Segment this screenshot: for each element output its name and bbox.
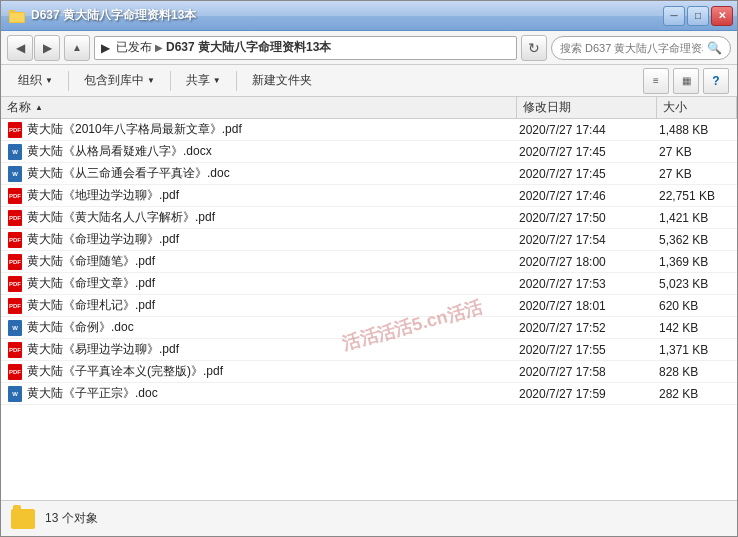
table-row[interactable]: W 黄大陆《命例》.doc 2020/7/27 17:52 142 KB — [1, 317, 737, 339]
content-area: 活活活活5.cn活活 名称 ▲ 修改日期 大小 PDF 黄大陆《2010年八字格 — [1, 97, 737, 500]
address-bar: ◀ ▶ ▲ ▶ 已发布 ▶ D637 黄大陆八字命理资料13本 ↻ 🔍 — [1, 31, 737, 65]
file-name-cell: PDF 黄大陆《黄大陆名人八字解析》.pdf — [3, 209, 515, 226]
breadcrumb-part2: D637 黄大陆八字命理资料13本 — [166, 39, 331, 56]
view-details-button[interactable]: ≡ — [643, 68, 669, 94]
minimize-button[interactable]: ─ — [663, 6, 685, 26]
status-count: 13 个对象 — [45, 510, 98, 527]
file-size-cell: 828 KB — [655, 365, 735, 379]
refresh-button[interactable]: ↻ — [521, 35, 547, 61]
table-row[interactable]: PDF 黄大陆《2010年八字格局最新文章》.pdf 2020/7/27 17:… — [1, 119, 737, 141]
file-date-cell: 2020/7/27 17:44 — [515, 123, 655, 137]
close-button[interactable]: ✕ — [711, 6, 733, 26]
file-type-icon: PDF — [7, 210, 23, 226]
file-list-header: 名称 ▲ 修改日期 大小 — [1, 97, 737, 119]
file-list[interactable]: PDF 黄大陆《2010年八字格局最新文章》.pdf 2020/7/27 17:… — [1, 119, 737, 500]
toolbar-right: ≡ ▦ ? — [643, 68, 729, 94]
table-row[interactable]: PDF 黄大陆《黄大陆名人八字解析》.pdf 2020/7/27 17:50 1… — [1, 207, 737, 229]
organize-button[interactable]: 组织 ▼ — [9, 68, 62, 94]
file-name-cell: W 黄大陆《子平正宗》.doc — [3, 385, 515, 402]
file-type-icon: W — [7, 320, 23, 336]
file-name-cell: PDF 黄大陆《命理边学边聊》.pdf — [3, 231, 515, 248]
file-size-cell: 27 KB — [655, 145, 735, 159]
table-row[interactable]: W 黄大陆《从格局看疑难八字》.docx 2020/7/27 17:45 27 … — [1, 141, 737, 163]
file-name-text: 黄大陆《子平真诠本义(完整版)》.pdf — [27, 363, 223, 380]
table-row[interactable]: W 黄大陆《子平正宗》.doc 2020/7/27 17:59 282 KB — [1, 383, 737, 405]
table-row[interactable]: PDF 黄大陆《地理边学边聊》.pdf 2020/7/27 17:46 22,7… — [1, 185, 737, 207]
file-type-icon: W — [7, 386, 23, 402]
pdf-icon: PDF — [8, 298, 22, 314]
table-row[interactable]: PDF 黄大陆《命理边学边聊》.pdf 2020/7/27 17:54 5,36… — [1, 229, 737, 251]
file-name-cell: PDF 黄大陆《子平真诠本义(完整版)》.pdf — [3, 363, 515, 380]
table-row[interactable]: PDF 黄大陆《子平真诠本义(完整版)》.pdf 2020/7/27 17:58… — [1, 361, 737, 383]
file-name-cell: PDF 黄大陆《命理随笔》.pdf — [3, 253, 515, 270]
maximize-button[interactable]: □ — [687, 6, 709, 26]
file-name-text: 黄大陆《命例》.doc — [27, 319, 134, 336]
file-date-cell: 2020/7/27 17:52 — [515, 321, 655, 335]
file-type-icon: W — [7, 166, 23, 182]
search-icon: 🔍 — [707, 41, 722, 55]
toolbar-separator-3 — [236, 71, 237, 91]
file-name-text: 黄大陆《命理文章》.pdf — [27, 275, 155, 292]
file-date-cell: 2020/7/27 17:46 — [515, 189, 655, 203]
new-folder-button[interactable]: 新建文件夹 — [243, 68, 321, 94]
help-button[interactable]: ? — [703, 68, 729, 94]
table-row[interactable]: PDF 黄大陆《命理随笔》.pdf 2020/7/27 18:00 1,369 … — [1, 251, 737, 273]
file-date-cell: 2020/7/27 18:00 — [515, 255, 655, 269]
address-breadcrumb[interactable]: ▶ 已发布 ▶ D637 黄大陆八字命理资料13本 — [94, 36, 517, 60]
pdf-icon: PDF — [8, 276, 22, 292]
file-name-cell: PDF 黄大陆《地理边学边聊》.pdf — [3, 187, 515, 204]
col-header-size[interactable]: 大小 — [657, 97, 737, 118]
file-size-cell: 5,023 KB — [655, 277, 735, 291]
file-name-cell: PDF 黄大陆《2010年八字格局最新文章》.pdf — [3, 121, 515, 138]
window-title: D637 黄大陆八字命理资料13本 — [31, 7, 196, 24]
table-row[interactable]: PDF 黄大陆《命理札记》.pdf 2020/7/27 18:01 620 KB — [1, 295, 737, 317]
file-date-cell: 2020/7/27 17:45 — [515, 145, 655, 159]
pdf-icon: PDF — [8, 232, 22, 248]
file-name-cell: PDF 黄大陆《命理札记》.pdf — [3, 297, 515, 314]
file-list-container: 名称 ▲ 修改日期 大小 PDF 黄大陆《2010年八字格局最新文章》.pdf … — [1, 97, 737, 500]
file-size-cell: 1,371 KB — [655, 343, 735, 357]
file-type-icon: PDF — [7, 342, 23, 358]
col-header-name[interactable]: 名称 ▲ — [1, 97, 517, 118]
file-size-cell: 620 KB — [655, 299, 735, 313]
pdf-icon: PDF — [8, 254, 22, 270]
back-button[interactable]: ◀ — [7, 35, 33, 61]
file-size-cell: 27 KB — [655, 167, 735, 181]
doc-icon: W — [8, 166, 22, 182]
file-type-icon: PDF — [7, 122, 23, 138]
file-date-cell: 2020/7/27 18:01 — [515, 299, 655, 313]
file-size-cell: 1,421 KB — [655, 211, 735, 225]
file-size-cell: 1,369 KB — [655, 255, 735, 269]
table-row[interactable]: PDF 黄大陆《命理文章》.pdf 2020/7/27 17:53 5,023 … — [1, 273, 737, 295]
status-bar: 13 个对象 — [1, 500, 737, 536]
file-type-icon: PDF — [7, 276, 23, 292]
doc-icon: W — [8, 386, 22, 402]
table-row[interactable]: W 黄大陆《从三命通会看子平真诠》.doc 2020/7/27 17:45 27… — [1, 163, 737, 185]
forward-button[interactable]: ▶ — [34, 35, 60, 61]
library-button[interactable]: 包含到库中 ▼ — [75, 68, 164, 94]
share-button[interactable]: 共享 ▼ — [177, 68, 230, 94]
file-size-cell: 22,751 KB — [655, 189, 735, 203]
svg-rect-2 — [10, 13, 24, 22]
file-date-cell: 2020/7/27 17:45 — [515, 167, 655, 181]
file-size-cell: 5,362 KB — [655, 233, 735, 247]
view-preview-button[interactable]: ▦ — [673, 68, 699, 94]
title-bar: D637 黄大陆八字命理资料13本 ─ □ ✕ — [1, 1, 737, 31]
file-name-text: 黄大陆《从格局看疑难八字》.docx — [27, 143, 212, 160]
file-type-icon: PDF — [7, 254, 23, 270]
file-name-text: 黄大陆《命理边学边聊》.pdf — [27, 231, 179, 248]
file-name-cell: PDF 黄大陆《易理边学边聊》.pdf — [3, 341, 515, 358]
up-button[interactable]: ▲ — [64, 35, 90, 61]
status-folder-icon — [11, 509, 35, 529]
file-name-text: 黄大陆《命理札记》.pdf — [27, 297, 155, 314]
file-date-cell: 2020/7/27 17:55 — [515, 343, 655, 357]
col-header-date[interactable]: 修改日期 — [517, 97, 657, 118]
file-name-text: 黄大陆《从三命通会看子平真诠》.doc — [27, 165, 230, 182]
breadcrumb-root: ▶ — [101, 41, 110, 55]
title-buttons: ─ □ ✕ — [663, 6, 733, 26]
word-icon: W — [8, 144, 22, 160]
search-input[interactable] — [560, 42, 703, 54]
pdf-icon: PDF — [8, 364, 22, 380]
table-row[interactable]: PDF 黄大陆《易理边学边聊》.pdf 2020/7/27 17:55 1,37… — [1, 339, 737, 361]
file-name-cell: W 黄大陆《从三命通会看子平真诠》.doc — [3, 165, 515, 182]
